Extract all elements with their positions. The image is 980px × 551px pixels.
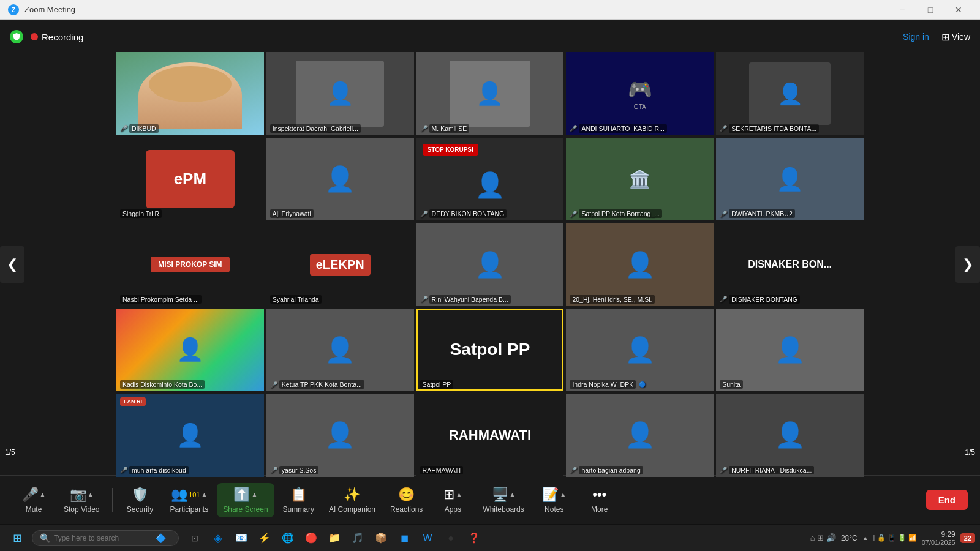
page-indicator-left: 1/5 — [5, 448, 15, 457]
app-icon-9[interactable]: ◼ — [393, 527, 415, 549]
participants-button[interactable]: 👥 101 ▲ Participants — [164, 483, 215, 517]
video-cell-23[interactable]: RAHMAWATI RAHMAWATI — [417, 394, 564, 476]
task-view-button[interactable]: ⊡ — [184, 527, 206, 549]
help-icon[interactable]: ❓ — [463, 527, 485, 549]
video-cell-19[interactable]: 👤 Indra Nopika W_DPK 🔵 — [566, 309, 714, 391]
video-cell-11[interactable]: MISI PROKOP SIM Nasbi Prokompim Setda ..… — [116, 223, 264, 305]
video-cell-25[interactable]: 👤 🎤 NURFITRIANA - Disdukcа... — [716, 394, 864, 476]
summary-button[interactable]: 📋 Summary — [277, 483, 320, 517]
video-cell-10[interactable]: 👤 🎤 DWIYANTI. PKMBU2 — [716, 138, 864, 220]
notification-count[interactable]: 22 — [960, 533, 975, 543]
video-cell-3[interactable]: 👤 🎤 M. Kamil SE — [417, 52, 564, 135]
right-arrow-icon: ❯ — [962, 257, 973, 272]
share-screen-button[interactable]: ⬆️ ▲ Share Screen — [217, 483, 274, 517]
recording-badge: Recording — [10, 30, 83, 43]
more-button[interactable]: ••• More — [578, 483, 621, 517]
window-controls[interactable]: − □ ✕ — [888, 0, 973, 20]
mic-muted-icon-8: 🎤 — [420, 211, 428, 217]
next-page-button[interactable]: ❯ — [956, 246, 980, 283]
top-bar: Recording Sign in ⊞ View — [0, 20, 980, 54]
microsoft-edge-icon[interactable]: ◈ — [207, 527, 229, 549]
top-bar-right: Sign in ⊞ View — [903, 31, 970, 43]
browser-icon[interactable]: 🌐 — [277, 527, 299, 549]
word-icon[interactable]: W — [417, 527, 439, 549]
start-button[interactable]: ⊞ — [5, 527, 29, 549]
minimize-button[interactable]: − — [888, 0, 916, 20]
recording-text: Recording — [42, 32, 83, 42]
maximize-button[interactable]: □ — [916, 0, 944, 20]
search-icon: 🔍 — [40, 533, 50, 543]
participant-name-23: RAHMAWATI — [420, 466, 464, 474]
video-cell-17[interactable]: 👤 🎤 Ketua TP PKK Kota Bonta... — [266, 309, 414, 391]
video-cell-5[interactable]: 👤 🎤 SEKRETARIS ITDA BONTA... — [716, 52, 864, 135]
close-button[interactable]: ✕ — [944, 0, 973, 20]
apps-label: Apps — [445, 505, 461, 514]
video-cell-14[interactable]: 👤 20_Hj. Heni Idris, SE., M.Si. — [566, 223, 714, 305]
outlook-icon[interactable]: 📧 — [230, 527, 252, 549]
view-grid-icon: ⊞ — [941, 31, 949, 43]
video-cell-8[interactable]: STOP KORUPSI 👤 🎤 DEDY BIKON BONTANG — [417, 138, 564, 220]
dropbox-icon[interactable]: 📦 — [370, 527, 392, 549]
view-button[interactable]: ⊞ View — [941, 31, 970, 43]
video-cell-4[interactable]: 🎮 GTA 🎤 ANDI SUHARTO_KABID R... — [566, 52, 714, 135]
summary-label: Summary — [283, 505, 314, 514]
participant-name-4: 🎤 ANDI SUHARTO_KABID R... — [570, 124, 667, 133]
app-icon-11[interactable]: ● — [440, 527, 462, 549]
end-button[interactable]: End — [926, 490, 968, 510]
date-display: 07/01/2025 — [922, 539, 956, 546]
video-cell-12[interactable]: eLEKPN Syahrial Trianda — [266, 223, 414, 305]
video-cell-22[interactable]: 👤 🎤 yasur S.Sos — [266, 394, 414, 476]
files-icon[interactable]: 📁 — [323, 527, 345, 549]
share-screen-label: Share Screen — [223, 505, 268, 514]
search-input[interactable] — [54, 534, 152, 542]
participants-label: Participants — [170, 505, 209, 514]
participant-name-9: 🎤 Satpol PP Kota Bontang_... — [570, 209, 662, 218]
video-cell-2[interactable]: 👤 Inspektorat Daerah_Gabriell... — [266, 52, 414, 135]
video-cell-18[interactable]: Satpol PP Satpol PP — [417, 309, 564, 391]
participant-name-2: Inspektorat Daerah_Gabriell... — [270, 124, 361, 133]
svg-text:Z: Z — [12, 7, 15, 13]
windows-icon: ⊞ — [13, 531, 22, 545]
stop-video-button[interactable]: 📷 ▲ Stop Video — [58, 483, 106, 517]
notes-button[interactable]: 📝 ▲ Notes — [533, 483, 576, 517]
whiteboards-button[interactable]: 🖥️ ▲ Whiteboards — [477, 483, 530, 517]
taskbar-search[interactable]: 🔍 🔷 — [32, 530, 179, 546]
video-cell-15[interactable]: DISNAKER BON... 🎤 DISNAKER BONTANG — [716, 223, 864, 305]
video-cell-13[interactable]: 👤 🎤 Rini Wahyuni Bapenda B... — [417, 223, 564, 305]
participant-name-10: 🎤 DWIYANTI. PKMBU2 — [720, 209, 795, 218]
sign-in-button[interactable]: Sign in — [903, 32, 929, 42]
systray-area: | 🔒 📱 🔋 📶 — [873, 534, 917, 542]
participant-name-7: Aji Erlynawati — [270, 209, 314, 218]
apps-icon: ⊞ — [443, 487, 454, 503]
video-cell-1[interactable]: 🎤 DIKBUD — [116, 52, 264, 135]
app-icon-4[interactable]: ⚡ — [254, 527, 276, 549]
security-button[interactable]: 🛡️ Security — [119, 483, 162, 517]
more-icon: ••• — [592, 487, 606, 503]
participant-name-6: Singgih Tri R — [120, 209, 162, 218]
ai-companion-label: AI Companion — [329, 505, 375, 514]
page-indicator-right: 1/5 — [965, 448, 975, 457]
video-cell-20[interactable]: 👤 Sunita — [716, 309, 864, 391]
participant-name-20: Sunita — [720, 380, 743, 389]
video-cell-24[interactable]: 👤 🎤 harto bagian adbang — [566, 394, 714, 476]
video-cell-9[interactable]: 🏛️ 🎤 Satpol PP Kota Bontang_... — [566, 138, 714, 220]
video-cell-21[interactable]: LAN RI 👤 🎤 muh arfa disdikbud — [116, 394, 264, 476]
reactions-label: Reactions — [390, 505, 423, 514]
recording-dot — [31, 33, 38, 40]
toolbar: 🎤 ▲ Mute 📷 ▲ Stop Video 🛡️ Security 👥 10… — [0, 475, 980, 524]
more-label: More — [591, 505, 608, 514]
video-cell-16[interactable]: 👤 Kadis Diskominfo Kota Bo... — [116, 309, 264, 391]
apps-button[interactable]: ⊞ ▲ Apps — [431, 483, 474, 517]
reactions-button[interactable]: 😊 Reactions — [384, 483, 429, 517]
mic-muted-icon-4: 🎤 — [570, 125, 577, 132]
chrome-icon[interactable]: 🔴 — [300, 527, 322, 549]
ai-companion-button[interactable]: ✨ AI Companion — [323, 483, 382, 517]
mute-button[interactable]: 🎤 ▲ Mute — [12, 483, 55, 517]
video-cell-7[interactable]: 👤 Aji Erlynawati — [266, 138, 414, 220]
video-cell-6[interactable]: ePM Singgih Tri R — [116, 138, 264, 220]
spotify-icon[interactable]: 🎵 — [347, 527, 369, 549]
previous-page-button[interactable]: ❮ — [0, 246, 24, 283]
reactions-icon: 😊 — [398, 487, 415, 503]
search-bing-icon: 🔷 — [156, 533, 166, 543]
participant-name-11: Nasbi Prokompim Setda ... — [120, 295, 202, 304]
